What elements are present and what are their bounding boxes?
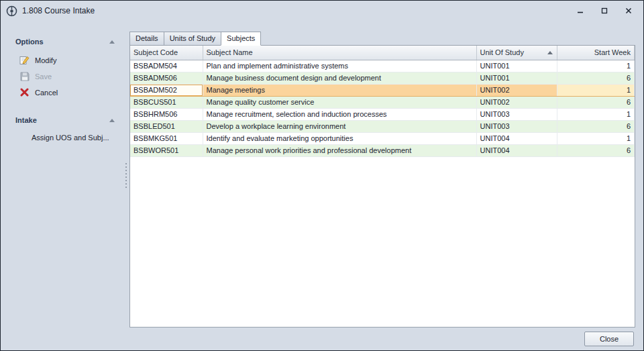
save-icon [19,71,30,81]
cancel-label: Cancel [35,89,58,97]
modify-label: Modify [35,56,56,64]
intake-group-label: Intake [15,116,37,124]
cell-subject-name[interactable]: Manage meetings [203,84,476,96]
cancel-button[interactable]: Cancel [13,85,119,99]
intake-group-header[interactable]: Intake [13,114,119,126]
window-body: Options Modify [1,21,643,350]
cell-unit-of-study[interactable]: UNIT004 [476,144,557,156]
column-header-unit-of-study[interactable]: Unit Of Study [476,46,557,60]
cell-subject-name[interactable]: Manage business document design and deve… [203,72,476,84]
modify-button[interactable]: Modify [13,53,119,67]
cell-subject-name[interactable]: Develop a workplace learning environment [203,120,476,132]
course-intake-window: 1.808 Course Intake Options [0,0,644,351]
collapse-arrow-icon [109,119,115,122]
tab-units-of-study[interactable]: Units of Study [164,32,221,46]
table-row[interactable]: BSBHRM506 Manage recruitment, selection … [130,108,635,120]
cell-start-week[interactable]: 1 [557,132,635,144]
save-label: Save [35,72,52,81]
tab-subjects-label: Subjects [227,34,255,42]
window-controls [568,3,641,19]
column-header-start-week[interactable]: Start Week [557,46,635,60]
cell-unit-of-study[interactable]: UNIT003 [476,120,557,132]
cell-subject-code[interactable]: BSBWOR501 [130,144,203,156]
cell-subject-code[interactable]: BSBMKG501 [130,132,203,144]
assign-uos-subjects-label: Assign UOS and Subj... [32,134,109,142]
cell-start-week[interactable]: 1 [557,84,635,96]
tab-details-label: Details [136,34,158,42]
cell-unit-of-study[interactable]: UNIT002 [476,96,557,108]
table-row[interactable]: BSBADM504 Plan and implement administrat… [130,60,635,72]
cell-start-week[interactable]: 1 [557,60,635,72]
subjects-grid: Subject Code Subject Name Unit Of Study … [129,45,635,328]
cell-subject-name[interactable]: Identify and evaluate marketing opportun… [203,132,476,144]
cell-subject-code[interactable]: BSBCUS501 [130,96,203,108]
cell-subject-name[interactable]: Plan and implement administrative system… [203,60,476,72]
column-header-subject-name[interactable]: Subject Name [203,46,476,60]
cancel-icon [19,87,30,97]
table-row[interactable]: BSBWOR501 Manage personal work prioritie… [130,144,635,156]
options-group: Options Modify [13,36,119,99]
app-icon [6,5,17,17]
intake-group: Intake Assign UOS and Subj... [13,114,119,144]
footer-bar: Close [129,328,635,350]
cell-unit-of-study[interactable]: UNIT002 [476,84,557,96]
options-group-label: Options [15,38,44,46]
cell-unit-of-study[interactable]: UNIT003 [476,108,557,120]
splitter-grip-icon [125,163,127,350]
table-header-row: Subject Code Subject Name Unit Of Study … [130,46,635,60]
cell-unit-of-study[interactable]: UNIT001 [476,72,557,84]
cell-unit-of-study[interactable]: UNIT001 [476,60,557,72]
tab-subjects[interactable]: Subjects [221,32,261,46]
save-button[interactable]: Save [13,69,119,83]
collapse-arrow-icon [109,40,115,44]
tab-units-of-study-label: Units of Study [170,34,215,42]
cell-start-week[interactable]: 6 [557,144,635,156]
cell-start-week[interactable]: 6 [557,96,635,108]
cell-start-week[interactable]: 6 [557,72,635,84]
column-header-unit-of-study-label: Unit Of Study [480,48,524,56]
sort-asc-icon [547,51,553,54]
tab-strip: Details Units of Study Subjects [129,32,635,46]
table-row[interactable]: BSBCUS501 Manage quality customer servic… [130,96,635,108]
titlebar: 1.808 Course Intake [1,1,643,21]
cell-subject-name[interactable]: Manage recruitment, selection and induct… [203,108,476,120]
cell-subject-code[interactable]: BSBHRM506 [130,108,203,120]
cell-start-week[interactable]: 1 [557,108,635,120]
cell-subject-code[interactable]: BSBLED501 [130,120,203,132]
assign-uos-subjects-link[interactable]: Assign UOS and Subj... [13,132,119,144]
close-button[interactable]: Close [584,332,634,346]
cell-subject-name[interactable]: Manage quality customer service [203,96,476,108]
cell-subject-code[interactable]: BSBADM506 [130,72,203,84]
table-row-selected[interactable]: BSBADM502 Manage meetings UNIT002 1 [130,84,635,96]
column-header-subject-code[interactable]: Subject Code [130,46,203,60]
table-row[interactable]: BSBLED501 Develop a workplace learning e… [130,120,635,132]
main-panel: Details Units of Study Subjects Subjec [129,21,643,350]
table-row[interactable]: BSBMKG501 Identify and evaluate marketin… [130,132,635,144]
sidebar: Options Modify [1,21,123,350]
tab-details[interactable]: Details [129,32,164,46]
cell-unit-of-study[interactable]: UNIT004 [476,132,557,144]
cell-subject-code[interactable]: BSBADM504 [130,60,203,72]
pencil-icon [19,55,30,65]
options-group-header[interactable]: Options [13,36,119,48]
cell-start-week[interactable]: 6 [557,120,635,132]
subjects-table: Subject Code Subject Name Unit Of Study … [130,46,635,157]
minimize-button[interactable] [568,3,592,19]
cell-subject-name[interactable]: Manage personal work priorities and prof… [203,144,476,156]
table-row[interactable]: BSBADM506 Manage business document desig… [130,72,635,84]
maximize-button[interactable] [592,3,616,19]
window-title: 1.808 Course Intake [22,6,95,15]
sidebar-splitter[interactable] [123,21,129,350]
cell-subject-code[interactable]: BSBADM502 [130,84,203,96]
close-window-button[interactable] [616,3,641,19]
